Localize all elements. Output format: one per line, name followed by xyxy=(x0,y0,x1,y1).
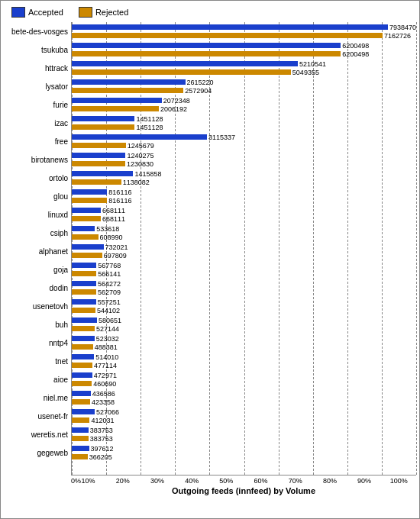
accepted-value: 472971 xyxy=(94,372,117,379)
rejected-value: 460690 xyxy=(93,380,116,388)
x-axis-labels: 0%10%20%30%40%50%60%70%80%90%100% xyxy=(71,477,416,485)
rejected-bar-row: 1245679 xyxy=(72,142,416,150)
accepted-value: 436586 xyxy=(92,390,115,398)
y-axis-label: glou xyxy=(4,187,71,205)
rejected-value: 1230830 xyxy=(127,160,153,168)
rejected-value: 366205 xyxy=(89,453,112,461)
rejected-value: 527144 xyxy=(96,325,119,333)
rejected-bar-row: 383753 xyxy=(72,435,416,443)
rejected-value: 1245679 xyxy=(128,142,154,150)
accepted-bar-row: 580651 xyxy=(72,317,416,324)
accepted-value: 397612 xyxy=(91,445,114,453)
legend-rejected-label: Rejected xyxy=(95,8,128,17)
accepted-value: 1415858 xyxy=(134,170,161,178)
x-axis-title: Outgoing feeds (innfeed) by Volume xyxy=(71,486,416,495)
y-axis-label: buh xyxy=(4,315,71,334)
rejected-bar xyxy=(72,33,383,38)
legend-accepted-box xyxy=(11,7,25,18)
rejected-value: 383753 xyxy=(90,435,113,443)
rejected-value: 7162726 xyxy=(384,32,411,40)
bar-row-pair: 62004986200498 xyxy=(72,40,416,59)
accepted-bar xyxy=(72,79,186,85)
y-axis-label: httrack xyxy=(4,59,71,77)
y-axis-label: usenetovh xyxy=(4,297,71,315)
rejected-bar-row: 2006192 xyxy=(72,105,416,113)
accepted-bar-row: 668111 xyxy=(72,207,416,214)
rejected-bar xyxy=(72,88,183,93)
chart-container: Accepted Rejected bete-des-vosgestsukuba… xyxy=(0,0,420,519)
y-axis-label: birotanews xyxy=(4,150,71,169)
accepted-bar xyxy=(72,446,89,451)
y-axis-label: furie xyxy=(4,95,71,114)
rejected-bar-row: 2572904 xyxy=(72,87,416,95)
rejected-bar xyxy=(72,399,90,405)
y-axis-label: tnet xyxy=(4,352,71,370)
rejected-bar-row: 1138082 xyxy=(72,179,416,186)
accepted-bar-row: 436586 xyxy=(72,390,416,398)
rejected-bar xyxy=(72,161,125,166)
y-axis-label: usenet-fr xyxy=(4,407,71,425)
rejected-value: 423358 xyxy=(92,398,115,406)
accepted-bar-row: 6200498 xyxy=(72,42,416,50)
y-axis-label: tsukuba xyxy=(4,40,71,59)
rejected-bar-row: 816116 xyxy=(72,197,416,205)
accepted-bar-row: 527066 xyxy=(72,408,416,416)
bar-row-pair: 816116816116 xyxy=(72,187,416,205)
rejected-value: 1138082 xyxy=(123,179,150,186)
rejected-bar-row: 1451128 xyxy=(72,124,416,131)
y-axis-label: ortolo xyxy=(4,169,71,187)
accepted-bar xyxy=(72,24,388,30)
accepted-bar xyxy=(72,372,92,378)
rejected-bar xyxy=(72,69,291,75)
accepted-bar-row: 2615220 xyxy=(72,79,416,86)
accepted-bar-row: 1240275 xyxy=(72,152,416,160)
accepted-bar-row: 564272 xyxy=(72,280,416,288)
legend-accepted-label: Accepted xyxy=(28,8,63,17)
rejected-value: 697809 xyxy=(104,252,127,260)
rejected-bar xyxy=(72,326,95,331)
accepted-bar-row: 1451128 xyxy=(72,115,416,123)
rejected-bar-row: 6200498 xyxy=(72,50,416,58)
x-axis-tick-label: 30% xyxy=(140,477,174,485)
bar-row-pair: 52105415049355 xyxy=(72,59,416,77)
accepted-bar xyxy=(72,354,94,359)
y-axis-label: izac xyxy=(4,114,71,132)
accepted-value: 6200498 xyxy=(342,42,369,50)
rejected-bar-row: 527144 xyxy=(72,325,416,333)
accepted-bar-row: 557251 xyxy=(72,298,416,306)
rejected-bar-row: 366205 xyxy=(72,453,416,461)
legend-accepted: Accepted xyxy=(11,7,63,18)
rejected-value: 816116 xyxy=(108,197,131,205)
bar-row-pair: 14511281451128 xyxy=(72,114,416,132)
y-axis-label: niel.me xyxy=(4,388,71,407)
rejected-value: 2006192 xyxy=(160,105,187,113)
x-axis-tick-label: 20% xyxy=(105,477,140,485)
accepted-value: 3115337 xyxy=(208,134,235,141)
bar-row-pair: 732021697809 xyxy=(72,242,416,260)
rejected-bar xyxy=(72,271,96,276)
rejected-value: 5049355 xyxy=(292,69,319,76)
accepted-value: 7938470 xyxy=(389,24,416,31)
accepted-bar-row: 7938470 xyxy=(72,24,416,31)
rejected-bar-row: 608990 xyxy=(72,234,416,241)
accepted-bar xyxy=(72,409,95,414)
rejected-bar-row: 544102 xyxy=(72,307,416,314)
rejected-bar xyxy=(72,454,88,459)
accepted-value: 732021 xyxy=(105,243,128,251)
accepted-bar xyxy=(72,244,104,250)
accepted-bar-row: 397612 xyxy=(72,445,416,453)
bar-row-pair: 533618608990 xyxy=(72,224,416,242)
accepted-value: 514010 xyxy=(95,353,118,361)
x-axis-tick-label: 50% xyxy=(209,477,244,485)
rejected-bar-row: 1230830 xyxy=(72,160,416,168)
accepted-value: 564272 xyxy=(98,280,121,288)
rejected-bar xyxy=(72,51,341,56)
bar-row-pair: 564272562709 xyxy=(72,279,416,297)
accepted-bar-row: 5210541 xyxy=(72,60,416,68)
accepted-value: 567768 xyxy=(98,262,121,269)
rejected-bar xyxy=(72,308,95,313)
rejected-bar-row: 488381 xyxy=(72,343,416,351)
rejected-value: 562709 xyxy=(98,289,121,296)
x-axis-tick-label: 90% xyxy=(347,477,382,485)
rejected-bar-row: 562709 xyxy=(72,289,416,296)
